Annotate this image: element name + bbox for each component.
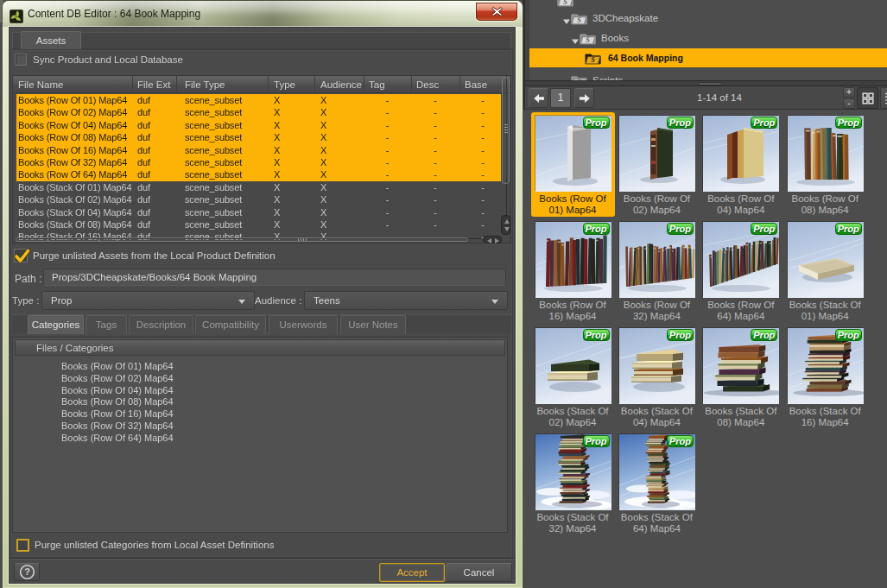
audience-dropdown[interactable]: Teens bbox=[304, 291, 508, 310]
tree-item-64-book-mapping[interactable]: S64 Book Mapping bbox=[529, 48, 887, 67]
category-item[interactable]: Books (Row Of 32) Map64 bbox=[61, 420, 174, 431]
asset-thumbnail[interactable]: PropBooks (Row Of 08) Map64 bbox=[783, 112, 867, 217]
prop-badge: Prop bbox=[667, 329, 694, 341]
tree-item-books[interactable]: SBooks bbox=[529, 28, 887, 47]
asset-thumbnail[interactable]: PropBooks (Stack Of 32) Map64 bbox=[531, 431, 615, 535]
folder-icon: S bbox=[580, 32, 597, 45]
arrow-right-icon bbox=[579, 93, 591, 104]
type-dropdown[interactable]: Prop bbox=[41, 291, 255, 310]
grid-view-icon bbox=[861, 92, 875, 105]
column-header-audience[interactable]: Audience bbox=[320, 76, 363, 93]
page-count-text: 1-14 of 14 bbox=[646, 86, 793, 110]
column-header-file-name[interactable]: File Name bbox=[18, 76, 132, 93]
asset-thumbnail[interactable]: PropBooks (Stack Of 04) Map64 bbox=[615, 325, 699, 429]
table-row[interactable]: Books (Row Of 02) Map64dufscene_subsetXX… bbox=[16, 106, 501, 118]
tree-expanded-icon[interactable] bbox=[571, 34, 580, 42]
tab-assets[interactable]: Assets bbox=[21, 31, 81, 49]
asset-thumbnail[interactable]: PropBooks (Row Of 32) Map64 bbox=[615, 218, 699, 323]
cell-audience: X bbox=[320, 156, 363, 168]
tab-user-notes[interactable]: User Notes bbox=[340, 315, 406, 334]
asset-thumbnail[interactable]: PropBooks (Row Of 01) Map64 bbox=[531, 112, 615, 217]
path-value: Props/3DCheapskate/Books/64 Book Mapping bbox=[52, 272, 257, 282]
column-separator[interactable] bbox=[132, 76, 133, 93]
category-item[interactable]: Books (Row Of 04) Map64 bbox=[61, 385, 174, 395]
path-field[interactable]: Props/3DCheapskate/Books/64 Book Mapping bbox=[43, 269, 506, 286]
table-row[interactable]: Books (Row Of 32) Map64dufscene_subsetXX… bbox=[16, 156, 501, 168]
cell-audience: X bbox=[320, 119, 363, 131]
splitter-bar[interactable] bbox=[525, 80, 887, 86]
checkmark-icon bbox=[13, 247, 32, 264]
tree-item-label: Books bbox=[601, 33, 629, 43]
asset-thumbnail[interactable]: PropBooks (Row Of 02) Map64 bbox=[615, 112, 699, 217]
cell-base: - bbox=[459, 206, 506, 218]
page-number-field[interactable]: 1 bbox=[550, 88, 571, 108]
tree-item-3dcheapskate[interactable]: S3DCheapskate bbox=[529, 9, 887, 28]
asset-thumbnail[interactable]: PropBooks (Stack Of 01) Map64 bbox=[783, 218, 867, 323]
category-item[interactable]: Books (Row Of 08) Map64 bbox=[61, 396, 174, 407]
thumbnail-image: Prop bbox=[535, 115, 611, 191]
asset-thumbnail[interactable]: PropBooks (Stack Of 08) Map64 bbox=[699, 325, 782, 429]
cancel-button[interactable]: Cancel bbox=[446, 563, 512, 582]
table-row[interactable]: Books (Row Of 01) Map64dufscene_subsetXX… bbox=[16, 94, 501, 106]
column-header-desc[interactable]: Desc bbox=[416, 76, 465, 93]
asset-thumbnail[interactable]: PropBooks (Row Of 16) Map64 bbox=[531, 218, 615, 323]
purge-categories-checkbox[interactable] bbox=[16, 539, 29, 552]
grid-view-button[interactable] bbox=[857, 87, 878, 109]
column-separator[interactable] bbox=[268, 76, 269, 93]
column-header-tag[interactable]: Tag bbox=[369, 76, 416, 93]
cell-audience: X bbox=[320, 168, 363, 180]
asset-thumbnail[interactable]: PropBooks (Stack Of 64) Map64 bbox=[615, 431, 699, 535]
tab-categories[interactable]: Categories bbox=[28, 315, 84, 334]
sync-checkbox-label: Sync Product and Local Database bbox=[33, 54, 183, 65]
list-view-button[interactable] bbox=[880, 87, 887, 109]
scroll-up-icon bbox=[504, 219, 510, 224]
tab-description[interactable]: Description bbox=[129, 315, 193, 334]
next-page-button[interactable] bbox=[574, 88, 594, 108]
h-scrollbar-thumb[interactable] bbox=[16, 237, 468, 242]
prop-badge: Prop bbox=[751, 329, 777, 341]
v-scrollbar-buttons[interactable] bbox=[501, 215, 510, 235]
asset-thumbnail[interactable]: PropBooks (Row Of 64) Map64 bbox=[699, 218, 782, 323]
sync-checkbox[interactable] bbox=[15, 54, 27, 66]
window-titlebar[interactable]: Content DB Editor : 64 Book Mapping bbox=[3, 1, 523, 27]
table-row[interactable]: Books (Row Of 04) Map64dufscene_subsetXX… bbox=[16, 119, 501, 131]
column-separator[interactable] bbox=[176, 76, 177, 93]
column-separator[interactable] bbox=[314, 76, 315, 93]
category-item[interactable]: Books (Row Of 64) Map64 bbox=[61, 433, 174, 443]
table-row[interactable]: Books (Row Of 64) Map64dufscene_subsetXX… bbox=[16, 168, 501, 180]
zoom-in-button[interactable]: + bbox=[843, 87, 855, 98]
prev-page-button[interactable] bbox=[529, 88, 548, 108]
cell-name: Books (Stack Of 04) Map64 bbox=[18, 206, 132, 218]
cell-desc: - bbox=[411, 106, 459, 118]
cell-ftype: scene_subset bbox=[185, 156, 268, 168]
cell-name: Books (Row Of 16) Map64 bbox=[18, 144, 132, 156]
asset-thumbnail[interactable]: PropBooks (Stack Of 02) Map64 bbox=[531, 325, 615, 429]
table-row[interactable]: Books (Stack Of 01) Map64dufscene_subset… bbox=[16, 181, 501, 193]
splitter-grip[interactable] bbox=[698, 82, 722, 85]
prop-badge: Prop bbox=[667, 117, 694, 129]
h-scrollbar-buttons[interactable] bbox=[483, 236, 502, 243]
close-button[interactable] bbox=[476, 3, 517, 21]
category-item[interactable]: Books (Row Of 01) Map64 bbox=[61, 361, 174, 371]
category-item[interactable]: Books (Row Of 02) Map64 bbox=[61, 373, 174, 383]
cell-audience: X bbox=[320, 206, 363, 218]
table-row[interactable]: Books (Row Of 16) Map64dufscene_subsetXX… bbox=[16, 144, 501, 156]
asset-thumbnail[interactable]: PropBooks (Row Of 04) Map64 bbox=[699, 112, 782, 217]
asset-thumbnail[interactable]: PropBooks (Stack Of 16) Map64 bbox=[783, 325, 867, 429]
column-header-file-type[interactable]: File Type bbox=[185, 76, 268, 93]
tree-expanded-icon[interactable] bbox=[562, 14, 571, 22]
tab-userwords[interactable]: Userwords bbox=[269, 315, 338, 334]
table-row[interactable]: Books (Stack Of 02) Map64dufscene_subset… bbox=[16, 193, 501, 205]
accept-button[interactable]: Accept bbox=[379, 563, 445, 582]
tab-compatibility[interactable]: Compatibility bbox=[195, 315, 266, 334]
column-header-type[interactable]: Type bbox=[274, 76, 314, 93]
tab-tags[interactable]: Tags bbox=[86, 315, 127, 334]
table-row[interactable]: Books (Stack Of 04) Map64dufscene_subset… bbox=[16, 206, 501, 218]
table-row[interactable]: Books (Stack Of 08) Map64dufscene_subset… bbox=[16, 218, 501, 231]
category-item[interactable]: Books (Row Of 16) Map64 bbox=[61, 408, 174, 419]
table-row[interactable]: Books (Row Of 08) Map64dufscene_subsetXX… bbox=[16, 131, 501, 143]
column-separator[interactable] bbox=[364, 76, 364, 93]
column-header-file-ext[interactable]: File Ext bbox=[137, 76, 175, 93]
zoom-out-button[interactable]: - bbox=[843, 98, 855, 109]
help-button[interactable]: ? bbox=[14, 563, 40, 581]
